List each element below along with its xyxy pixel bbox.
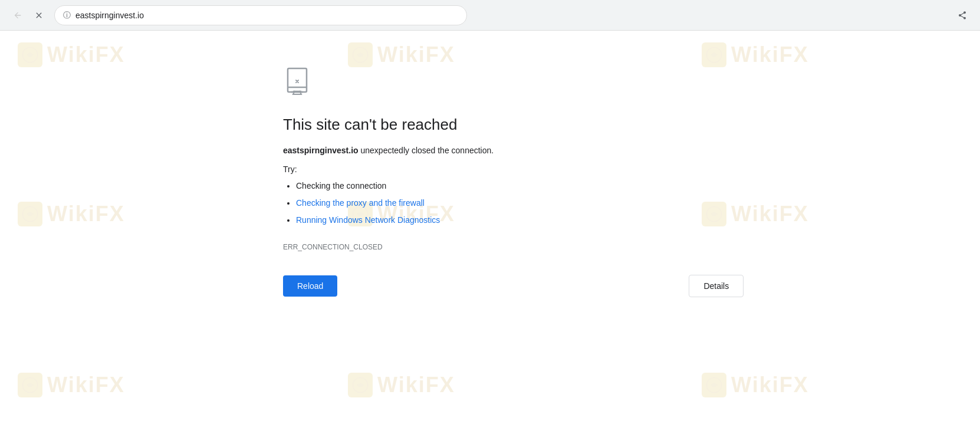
error-icon: [283, 66, 316, 99]
address-bar[interactable]: ⓘ eastspirnginvest.io: [54, 5, 467, 25]
suggestion-1: Checking the connection: [296, 180, 440, 192]
share-button[interactable]: [954, 7, 971, 24]
back-button[interactable]: [9, 7, 26, 24]
nav-buttons: [9, 7, 47, 24]
error-container: This site can't be reached eastspirnginv…: [0, 31, 980, 434]
suggestion-2-link[interactable]: Checking the proxy and the firewall: [296, 198, 425, 208]
reload-button[interactable]: Reload: [283, 275, 337, 297]
svg-rect-9: [288, 68, 307, 92]
try-label: Try:: [283, 165, 297, 174]
suggestion-3: Running Windows Network Diagnostics: [296, 214, 440, 226]
action-buttons: Reload Details: [283, 275, 744, 297]
suggestions-list: Checking the connection Checking the pro…: [283, 180, 440, 231]
page-content: WikiFX WikiFX WikiFX: [0, 31, 980, 434]
suggestion-2: Checking the proxy and the firewall: [296, 197, 440, 209]
suggestion-3-link[interactable]: Running Windows Network Diagnostics: [296, 215, 440, 225]
error-code: ERR_CONNECTION_CLOSED: [283, 243, 383, 251]
error-description-suffix: unexpectedly closed the connection.: [359, 146, 494, 155]
details-button[interactable]: Details: [689, 275, 744, 297]
info-icon: ⓘ: [63, 10, 71, 21]
close-button[interactable]: [31, 7, 47, 24]
suggestion-1-text: Checking the connection: [296, 181, 386, 190]
error-title: This site can't be reached: [283, 116, 457, 134]
error-domain: eastspirnginvest.io: [283, 146, 359, 155]
browser-chrome: ⓘ eastspirnginvest.io: [0, 0, 980, 31]
error-description: eastspirnginvest.io unexpectedly closed …: [283, 146, 494, 155]
url-text: eastspirnginvest.io: [75, 11, 144, 20]
